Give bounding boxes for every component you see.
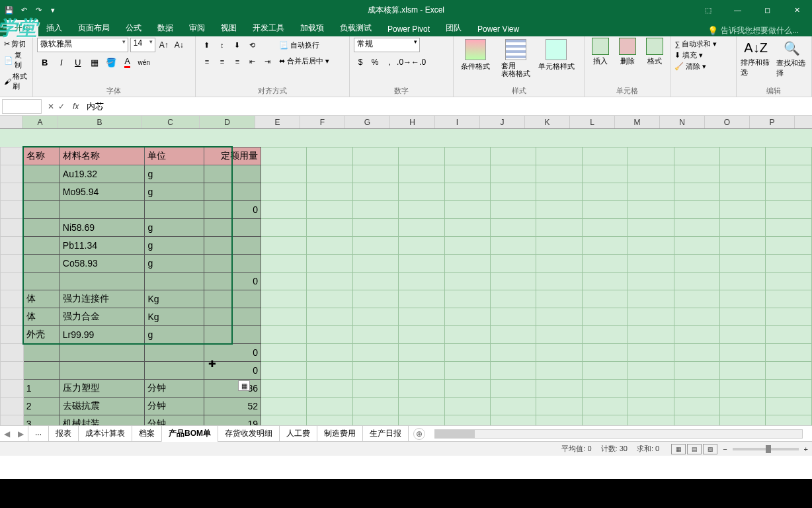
col-header-h[interactable]: H <box>390 116 435 128</box>
col-header-l[interactable]: L <box>570 116 615 128</box>
phonetic-button[interactable]: wén <box>136 55 152 69</box>
col-header-d[interactable]: D <box>200 116 255 128</box>
cell[interactable] <box>23 183 60 200</box>
cell[interactable]: 0 <box>204 272 261 290</box>
format-painter-button[interactable]: 🖌 格式刷 <box>4 71 28 91</box>
cell[interactable] <box>23 200 60 218</box>
cell[interactable] <box>204 218 261 236</box>
cell[interactable] <box>60 200 145 218</box>
col-header-m[interactable]: M <box>615 116 660 128</box>
cell[interactable] <box>60 272 145 290</box>
cell[interactable] <box>204 325 261 343</box>
align-center-icon[interactable]: ≡ <box>215 54 229 69</box>
sheet-tab[interactable]: 存货收发明细 <box>218 425 280 442</box>
cell[interactable] <box>23 361 60 379</box>
tell-me-search[interactable]: 💡 告诉我您想要做什么... <box>708 25 799 36</box>
zoom-in-button[interactable]: + <box>804 445 808 453</box>
col-header-j[interactable]: J <box>480 116 525 128</box>
italic-button[interactable]: I <box>54 55 69 69</box>
col-header-b[interactable]: B <box>58 116 142 128</box>
cell[interactable]: 单位 <box>145 147 204 165</box>
col-header-n[interactable]: N <box>660 116 705 128</box>
cell[interactable]: 体 <box>23 290 60 308</box>
cell[interactable] <box>204 308 261 325</box>
tab-power-view[interactable]: Power View <box>469 22 527 36</box>
comma-format-icon[interactable]: , <box>383 55 396 69</box>
cell[interactable] <box>23 236 60 254</box>
fill-button[interactable]: ⬇ 填充 ▾ <box>674 50 731 60</box>
wrap-text-button[interactable]: 📃 自动换行 <box>279 38 329 52</box>
cell[interactable]: 去磁抗震 <box>60 397 145 415</box>
cell[interactable] <box>145 343 204 361</box>
tab-view[interactable]: 视图 <box>213 20 245 36</box>
cell[interactable]: 外壳 <box>23 325 60 343</box>
tab-data[interactable]: 数据 <box>149 20 181 36</box>
col-header-p[interactable]: P <box>750 116 795 128</box>
autofill-options-icon[interactable]: ▦ <box>238 380 250 391</box>
cell[interactable]: 定额用量 <box>204 147 261 165</box>
cell[interactable]: 2 <box>23 397 60 415</box>
cell[interactable] <box>145 361 204 379</box>
font-name-combo[interactable]: 微软雅黑 <box>37 38 128 52</box>
percent-format-icon[interactable]: % <box>368 55 382 69</box>
cell[interactable]: 0 <box>204 361 261 379</box>
cell[interactable] <box>204 254 261 272</box>
qat-more-icon[interactable]: ▾ <box>48 5 58 15</box>
align-top-icon[interactable]: ⬆ <box>200 38 214 52</box>
cell[interactable]: Co58.93 <box>60 254 145 272</box>
col-header-a[interactable]: A <box>22 116 58 128</box>
col-header-i[interactable]: I <box>435 116 480 128</box>
align-middle-icon[interactable]: ↕ <box>215 38 229 52</box>
delete-cells-button[interactable]: 删除 <box>616 38 639 66</box>
find-select-button[interactable]: 🔍 查找和选择 <box>776 40 807 78</box>
cell[interactable]: 1 <box>23 379 60 397</box>
clear-button[interactable]: 🧹 清除 ▾ <box>674 62 731 71</box>
cell[interactable] <box>204 290 261 308</box>
cell[interactable] <box>60 343 145 361</box>
indent-decrease-icon[interactable]: ⇤ <box>245 54 260 69</box>
select-all-corner[interactable] <box>0 116 22 128</box>
sheet-tab[interactable]: 制造费用 <box>317 425 363 442</box>
col-header-e[interactable]: E <box>255 116 300 128</box>
cell[interactable]: 强力连接件 <box>60 290 145 308</box>
decrease-font-icon[interactable]: A↓ <box>173 38 186 52</box>
copy-button[interactable]: 📄 复制 <box>4 50 28 70</box>
format-cells-button[interactable]: 格式 <box>643 38 666 66</box>
tab-formulas[interactable]: 公式 <box>118 20 149 36</box>
sheet-tab[interactable]: 生产日报 <box>362 425 409 442</box>
tab-home[interactable]: 开始 <box>7 20 38 36</box>
tab-load-test[interactable]: 负载测试 <box>332 20 380 36</box>
col-header-c[interactable]: C <box>142 116 200 128</box>
enter-formula-icon[interactable]: ✓ <box>58 102 65 111</box>
grid-area[interactable]: 名称材料名称单位定额用量Au19.32gMo95.94g0Ni58.69gPb1… <box>0 129 812 425</box>
zoom-slider[interactable] <box>733 448 799 450</box>
cell[interactable] <box>23 272 60 290</box>
cell[interactable]: 52 <box>204 397 261 415</box>
cell[interactable]: 名称 <box>23 147 60 165</box>
cell[interactable]: Lr99.99 <box>60 325 145 343</box>
cell[interactable]: g <box>145 218 204 236</box>
cell[interactable]: Ni58.69 <box>60 218 145 236</box>
col-header-f[interactable]: F <box>300 116 345 128</box>
underline-button[interactable]: U <box>70 55 86 69</box>
sheet-nav-next[interactable]: ▶ <box>14 429 28 439</box>
cell[interactable]: 3 <box>23 415 60 425</box>
ribbon-options-icon[interactable]: ⬚ <box>693 0 723 20</box>
view-page-layout-icon[interactable]: ▤ <box>687 444 702 454</box>
cell[interactable]: 压力塑型 <box>60 379 145 397</box>
cell[interactable] <box>204 165 261 183</box>
tab-developer[interactable]: 开发工具 <box>245 20 292 36</box>
cell[interactable]: g <box>145 165 204 183</box>
redo-icon[interactable]: ↷ <box>33 5 44 15</box>
name-box[interactable] <box>2 99 42 114</box>
sheet-tab[interactable]: ... <box>28 425 49 442</box>
cell[interactable] <box>23 218 60 236</box>
tab-addins[interactable]: 加载项 <box>292 20 332 36</box>
merge-center-button[interactable]: ⬌ 合并后居中 ▾ <box>279 54 329 68</box>
align-left-icon[interactable]: ≡ <box>200 54 214 69</box>
indent-increase-icon[interactable]: ⇥ <box>261 54 275 69</box>
view-normal-icon[interactable]: ▦ <box>671 444 686 454</box>
orientation-icon[interactable]: ⟲ <box>245 38 260 52</box>
format-table-button[interactable]: 套用 表格格式 <box>498 38 534 77</box>
sort-filter-button[interactable]: A↓Z 排序和筛选 <box>741 40 772 77</box>
